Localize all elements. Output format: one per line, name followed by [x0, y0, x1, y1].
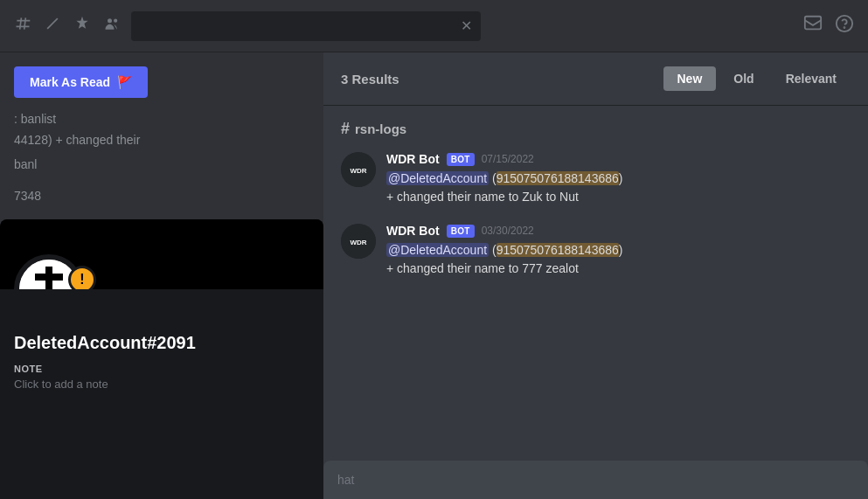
hash-icon: # — [341, 120, 350, 138]
message-text-2: @DeletedAccount (915075076188143686) + c… — [386, 241, 851, 278]
message-id-2: (915075076188143686) — [492, 243, 623, 257]
main-content: Mark As Read 🚩 : banlist 44128) + change… — [0, 52, 868, 499]
message-author: WDR Bot — [386, 152, 440, 166]
message-id-1: (915075076188143686) — [492, 171, 623, 185]
inbox-icon[interactable] — [803, 14, 823, 38]
slash-icon[interactable] — [44, 15, 61, 37]
message-content-2: WDR Bot BOT 03/30/2022 @DeletedAccount (… — [386, 224, 851, 278]
profile-username: DeletedAccount#2091 — [14, 333, 309, 353]
help-icon[interactable] — [835, 14, 854, 38]
hashtag-icon[interactable] — [14, 15, 31, 37]
chat-input-bar[interactable]: hat — [323, 461, 868, 499]
svg-rect-3 — [805, 17, 821, 30]
message-header: WDR Bot BOT 07/15/2022 — [386, 152, 851, 166]
left-panel: Mark As Read 🚩 : banlist 44128) + change… — [0, 52, 323, 499]
channel-header: # rsn-logs — [341, 120, 851, 138]
profile-warning-icon: ! — [68, 266, 96, 289]
svg-point-1 — [108, 18, 112, 23]
flag-icon: 🚩 — [117, 75, 132, 89]
search-bar[interactable]: 915075076188143686 ✕ — [131, 11, 481, 41]
mark-as-read-button[interactable]: Mark As Read 🚩 — [14, 66, 148, 98]
pin-icon[interactable] — [73, 15, 91, 37]
search-input[interactable]: 915075076188143686 — [140, 19, 461, 33]
filter-tabs: New Old Relevant — [663, 66, 851, 91]
chat-lines: : banlist 44128) + changed their banl 73… — [0, 98, 323, 224]
svg-rect-8 — [35, 274, 63, 281]
mention-2: @DeletedAccount — [386, 243, 489, 257]
search-clear-icon[interactable]: ✕ — [461, 17, 472, 34]
profile-body: DeletedAccount#2091 NOTE Click to add a … — [0, 289, 323, 405]
bot-badge-2: BOT — [447, 225, 475, 238]
chat-line: banl — [14, 157, 309, 171]
profile-note-label: NOTE — [14, 364, 309, 374]
svg-line-0 — [47, 18, 58, 29]
filter-tab-relevant[interactable]: Relevant — [772, 66, 851, 91]
filter-tab-new[interactable]: New — [663, 66, 717, 91]
svg-point-2 — [114, 19, 117, 23]
bot-badge: BOT — [447, 153, 475, 166]
top-bar-right — [803, 14, 854, 38]
channel-name: rsn-logs — [355, 121, 406, 136]
search-results-panel: 3 Results New Old Relevant # rsn-logs WD… — [323, 52, 868, 499]
message-body-1: + changed their name to Zuk to Nut — [386, 190, 579, 204]
results-body: # rsn-logs WDR WDR Bot BOT 07/15/2022 — [323, 106, 868, 499]
profile-note-input[interactable]: Click to add a note — [14, 378, 309, 391]
svg-text:WDR: WDR — [350, 167, 366, 175]
message-item: WDR WDR Bot BOT 03/30/2022 @DeletedAccou… — [341, 224, 851, 278]
svg-point-5 — [844, 27, 845, 28]
chat-input-text: hat — [337, 473, 354, 487]
message-author-2: WDR Bot — [386, 224, 440, 238]
chat-line: 44128) + changed their — [14, 133, 309, 147]
bot-avatar-2: WDR — [341, 224, 376, 259]
svg-text:WDR: WDR — [350, 239, 366, 246]
members-icon[interactable] — [103, 15, 121, 37]
chat-line: : banlist — [14, 112, 309, 126]
results-header: 3 Results New Old Relevant — [323, 52, 868, 106]
filter-tab-old[interactable]: Old — [719, 66, 767, 91]
results-count: 3 Results — [341, 72, 399, 87]
message-time-2: 03/30/2022 — [482, 225, 534, 237]
profile-banner: ! — [0, 219, 323, 289]
message-body-2: + changed their name to 777 zealot — [386, 261, 579, 275]
mention-1: @DeletedAccount — [386, 171, 489, 185]
message-text: @DeletedAccount (915075076188143686) + c… — [386, 170, 851, 206]
chat-line: 7348 — [14, 189, 309, 203]
bot-avatar: WDR — [341, 152, 376, 187]
profile-card: ! DeletedAccount#2091 NOTE Click to add … — [0, 219, 323, 499]
top-bar: 915075076188143686 ✕ — [0, 0, 868, 52]
channel-icons — [14, 15, 121, 37]
message-time: 07/15/2022 — [482, 153, 534, 165]
message-item: WDR WDR Bot BOT 07/15/2022 @DeletedAccou… — [341, 152, 851, 206]
message-content: WDR Bot BOT 07/15/2022 @DeletedAccount (… — [386, 152, 851, 206]
message-header-2: WDR Bot BOT 03/30/2022 — [386, 224, 851, 238]
mark-as-read-label: Mark As Read — [30, 75, 110, 89]
